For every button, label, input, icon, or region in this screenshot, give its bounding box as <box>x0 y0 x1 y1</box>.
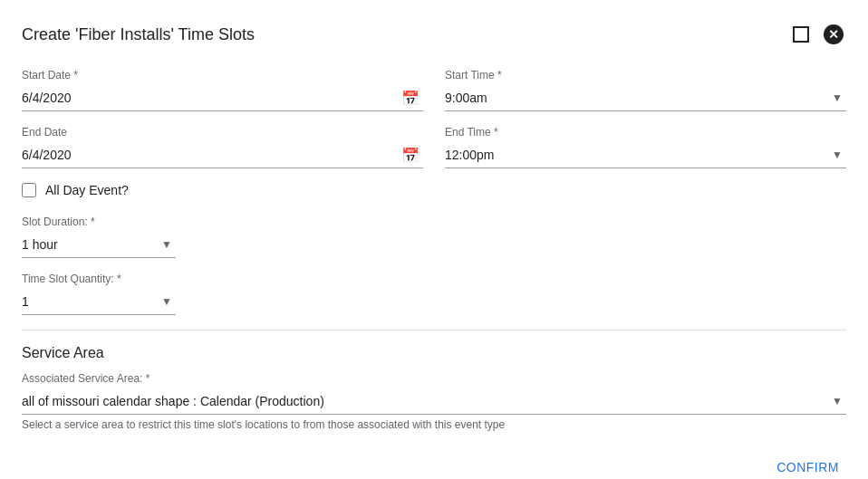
end-time-select[interactable]: 12:00pm 9:00am 10:00am 11:00am 1:00pm <box>445 142 846 168</box>
end-date-label: End Date <box>22 126 423 139</box>
dialog-top-actions: ✕ <box>788 22 846 47</box>
all-day-label[interactable]: All Day Event? <box>45 183 129 197</box>
confirm-button[interactable]: CONFIRM <box>769 453 846 479</box>
slot-duration-select[interactable]: 30 minutes 1 hour 2 hours 3 hours 4 hour… <box>22 232 176 257</box>
end-date-input[interactable] <box>22 142 398 168</box>
end-time-select-wrapper: 12:00pm 9:00am 10:00am 11:00am 1:00pm ▼ <box>445 142 846 168</box>
start-date-input[interactable] <box>22 85 398 110</box>
slot-duration-label: Slot Duration: * <box>22 216 176 228</box>
section-divider <box>22 330 846 331</box>
slot-duration-row: Slot Duration: * 30 minutes 1 hour 2 hou… <box>22 216 846 258</box>
all-day-row: All Day Event? <box>22 183 846 197</box>
service-area-hint: Select a service area to restrict this t… <box>22 418 846 431</box>
end-date-col: End Date 📅 <box>22 126 423 168</box>
end-time-label: End Time * <box>445 126 846 139</box>
start-time-select[interactable]: 9:00am 8:00am 8:30am 9:30am 10:00am <box>445 85 846 110</box>
close-button[interactable]: ✕ <box>821 22 846 47</box>
all-day-checkbox[interactable] <box>22 183 36 197</box>
dialog-title: Create 'Fiber Installs' Time Slots <box>22 25 255 44</box>
slot-qty-select-wrapper: 1 2 3 4 5 ▼ <box>22 289 176 315</box>
maximize-icon <box>793 26 809 43</box>
slot-duration-select-wrapper: 30 minutes 1 hour 2 hours 3 hours 4 hour… <box>22 232 176 258</box>
maximize-button[interactable] <box>788 22 814 47</box>
end-date-calendar-icon[interactable]: 📅 <box>398 145 423 166</box>
dialog: Create 'Fiber Installs' Time Slots ✕ Sta… <box>0 0 868 479</box>
start-time-select-wrapper: 9:00am 8:00am 8:30am 9:30am 10:00am ▼ <box>445 85 846 111</box>
close-icon: ✕ <box>824 24 844 44</box>
dialog-header: Create 'Fiber Installs' Time Slots ✕ <box>22 22 846 47</box>
slot-duration-col: Slot Duration: * 30 minutes 1 hour 2 hou… <box>22 216 176 258</box>
end-time-col: End Time * 12:00pm 9:00am 10:00am 11:00a… <box>445 126 846 168</box>
end-date-input-wrapper: 📅 <box>22 142 423 168</box>
slot-qty-label: Time Slot Quantity: * <box>22 273 176 285</box>
end-row: End Date 📅 End Time * 12:00pm 9:00am 10:… <box>22 126 846 168</box>
start-date-calendar-icon[interactable]: 📅 <box>398 88 423 109</box>
slot-qty-select[interactable]: 1 2 3 4 5 <box>22 289 176 314</box>
slot-qty-col: Time Slot Quantity: * 1 2 3 4 5 ▼ <box>22 273 176 315</box>
start-date-input-wrapper: 📅 <box>22 85 423 111</box>
start-time-label: Start Time * <box>445 69 846 81</box>
assoc-service-area-label: Associated Service Area: * <box>22 372 846 385</box>
start-time-col: Start Time * 9:00am 8:00am 8:30am 9:30am… <box>445 69 846 111</box>
confirm-row: CONFIRM <box>22 453 846 479</box>
start-date-col: Start Date * 📅 <box>22 69 423 111</box>
start-date-label: Start Date * <box>22 69 423 81</box>
service-area-section: Service Area Associated Service Area: * … <box>22 345 846 431</box>
start-row: Start Date * 📅 Start Time * 9:00am 8:00a… <box>22 69 846 111</box>
slot-qty-row: Time Slot Quantity: * 1 2 3 4 5 ▼ <box>22 273 846 315</box>
assoc-service-area-select[interactable]: all of missouri calendar shape : Calenda… <box>22 388 846 414</box>
service-area-title: Service Area <box>22 345 846 361</box>
assoc-service-area-select-wrapper: all of missouri calendar shape : Calenda… <box>22 388 846 415</box>
